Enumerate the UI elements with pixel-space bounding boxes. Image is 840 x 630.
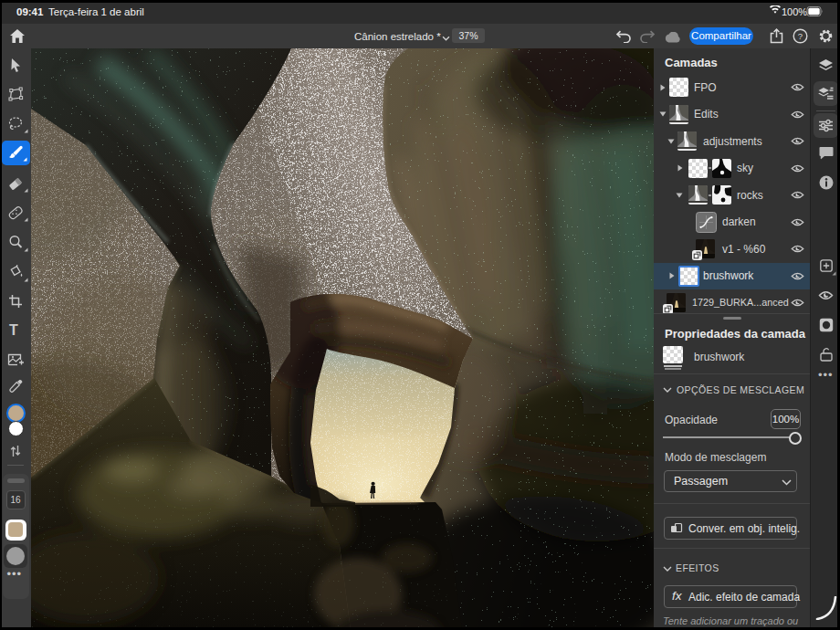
svg-text:?: ? xyxy=(798,31,803,41)
